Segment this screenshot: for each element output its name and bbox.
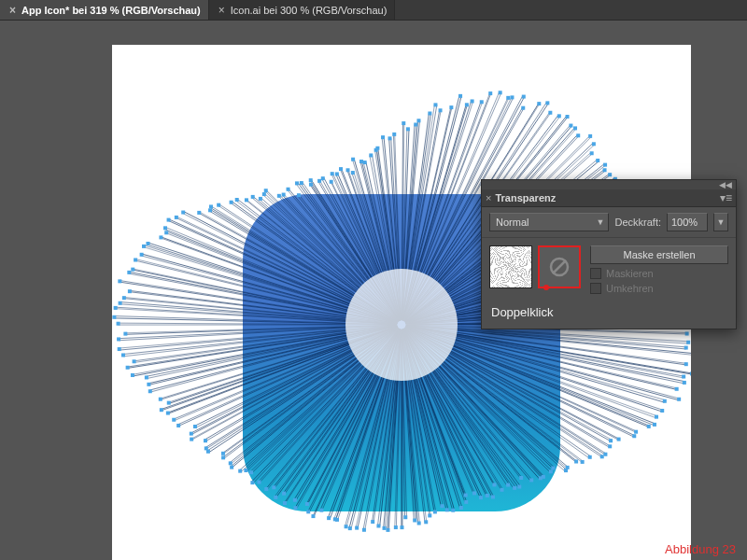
tab-close-icon[interactable]: × bbox=[9, 4, 16, 17]
svg-rect-498 bbox=[383, 526, 387, 530]
svg-rect-442 bbox=[686, 341, 690, 344]
svg-rect-625 bbox=[548, 111, 552, 115]
svg-rect-554 bbox=[122, 296, 126, 300]
svg-rect-536 bbox=[166, 412, 170, 415]
invert-checkbox-row: Umkehren bbox=[590, 283, 728, 294]
svg-rect-514 bbox=[283, 501, 287, 505]
svg-rect-465 bbox=[574, 460, 578, 464]
svg-rect-445 bbox=[684, 362, 688, 366]
svg-rect-607 bbox=[414, 122, 417, 126]
close-icon[interactable]: × bbox=[486, 192, 491, 203]
svg-rect-447 bbox=[682, 375, 685, 379]
invert-checkbox-label: Umkehren bbox=[606, 283, 654, 294]
svg-rect-453 bbox=[655, 415, 658, 419]
svg-rect-593 bbox=[339, 167, 343, 171]
svg-rect-544 bbox=[126, 366, 130, 370]
svg-rect-566 bbox=[167, 218, 171, 222]
svg-rect-530 bbox=[204, 439, 207, 442]
svg-rect-456 bbox=[634, 430, 638, 434]
no-mask-icon bbox=[548, 256, 571, 278]
svg-rect-479 bbox=[491, 495, 495, 498]
chevron-left-icon[interactable]: ◀◀ bbox=[719, 180, 732, 189]
opacity-input[interactable]: 100% bbox=[667, 213, 708, 231]
svg-rect-569 bbox=[197, 211, 201, 215]
svg-rect-584 bbox=[295, 181, 299, 185]
svg-rect-524 bbox=[230, 466, 233, 469]
svg-rect-552 bbox=[114, 306, 118, 310]
document-tab-active[interactable]: × App Icon* bei 319 % (RGB/Vorschau) bbox=[0, 0, 209, 20]
svg-rect-483 bbox=[464, 494, 468, 497]
svg-rect-595 bbox=[351, 171, 355, 175]
svg-rect-629 bbox=[573, 126, 577, 130]
svg-rect-621 bbox=[522, 95, 526, 99]
panel-mask-row: Maske erstellen Maskieren Umkehren bbox=[482, 238, 736, 301]
svg-rect-474 bbox=[517, 484, 521, 488]
svg-rect-589 bbox=[321, 176, 325, 180]
transparency-panel[interactable]: ◀◀ × Transparenz ▾≡ Normal ▼ Deckkraft: … bbox=[481, 179, 737, 329]
svg-rect-570 bbox=[208, 208, 212, 212]
svg-rect-632 bbox=[592, 142, 596, 146]
svg-rect-489 bbox=[433, 510, 437, 513]
svg-rect-598 bbox=[363, 161, 367, 164]
svg-rect-622 bbox=[521, 106, 525, 110]
svg-rect-578 bbox=[262, 192, 266, 196]
svg-rect-502 bbox=[355, 526, 359, 530]
svg-rect-612 bbox=[449, 105, 453, 109]
svg-rect-609 bbox=[428, 111, 431, 115]
svg-rect-548 bbox=[117, 337, 120, 341]
svg-rect-634 bbox=[596, 159, 599, 162]
object-thumbnail[interactable] bbox=[489, 245, 532, 288]
svg-rect-485 bbox=[459, 506, 463, 510]
svg-rect-564 bbox=[164, 231, 168, 234]
svg-rect-508 bbox=[319, 509, 323, 512]
svg-rect-541 bbox=[147, 383, 150, 386]
document-tab-bar: × App Icon* bei 319 % (RGB/Vorschau) × I… bbox=[0, 0, 747, 21]
annotation-dot-icon bbox=[543, 285, 549, 290]
svg-rect-539 bbox=[159, 398, 162, 401]
svg-rect-551 bbox=[112, 315, 116, 319]
svg-rect-527 bbox=[221, 452, 225, 455]
svg-rect-510 bbox=[306, 510, 310, 513]
svg-rect-546 bbox=[121, 353, 125, 357]
svg-rect-446 bbox=[690, 371, 691, 375]
svg-rect-463 bbox=[588, 455, 592, 459]
svg-rect-443 bbox=[684, 346, 688, 350]
opacity-stepper[interactable]: ▼ bbox=[713, 213, 728, 231]
document-tab[interactable]: × Icon.ai bei 300 % (RGB/Vorschau) bbox=[209, 0, 396, 20]
svg-rect-481 bbox=[479, 496, 483, 499]
svg-rect-599 bbox=[369, 153, 373, 157]
panel-menu-icon[interactable]: ▾≡ bbox=[720, 191, 732, 204]
svg-rect-468 bbox=[551, 467, 555, 470]
svg-rect-588 bbox=[317, 179, 321, 183]
svg-rect-482 bbox=[472, 491, 476, 495]
svg-rect-520 bbox=[250, 481, 254, 484]
svg-rect-462 bbox=[600, 455, 604, 458]
svg-rect-580 bbox=[277, 194, 281, 198]
mask-thumbnail[interactable] bbox=[538, 245, 581, 288]
tab-label: Icon.ai bei 300 % (RGB/Vorschau) bbox=[231, 5, 388, 16]
svg-rect-491 bbox=[424, 520, 428, 524]
tab-close-icon[interactable]: × bbox=[218, 4, 225, 17]
svg-rect-534 bbox=[176, 424, 180, 427]
blend-mode-dropdown[interactable]: Normal ▼ bbox=[489, 213, 609, 231]
svg-rect-500 bbox=[371, 520, 374, 524]
svg-rect-469 bbox=[549, 469, 553, 473]
svg-rect-477 bbox=[500, 488, 504, 492]
tab-label: App Icon* bei 319 % (RGB/Vorschau) bbox=[21, 5, 201, 16]
svg-rect-455 bbox=[647, 425, 651, 428]
svg-rect-594 bbox=[346, 168, 350, 172]
opacity-value: 100% bbox=[671, 217, 698, 228]
svg-rect-499 bbox=[376, 524, 380, 527]
svg-rect-472 bbox=[529, 478, 533, 482]
svg-rect-503 bbox=[348, 526, 352, 530]
create-mask-button[interactable]: Maske erstellen bbox=[590, 245, 728, 264]
svg-rect-451 bbox=[663, 399, 667, 403]
svg-rect-590 bbox=[330, 180, 333, 184]
svg-rect-448 bbox=[683, 381, 686, 385]
panel-collapse-bar[interactable]: ◀◀ bbox=[482, 180, 736, 189]
invert-checkbox[interactable] bbox=[590, 283, 601, 294]
svg-rect-620 bbox=[510, 95, 514, 99]
mask-checkbox[interactable] bbox=[590, 268, 601, 279]
svg-rect-567 bbox=[175, 216, 178, 219]
svg-rect-540 bbox=[148, 389, 152, 393]
